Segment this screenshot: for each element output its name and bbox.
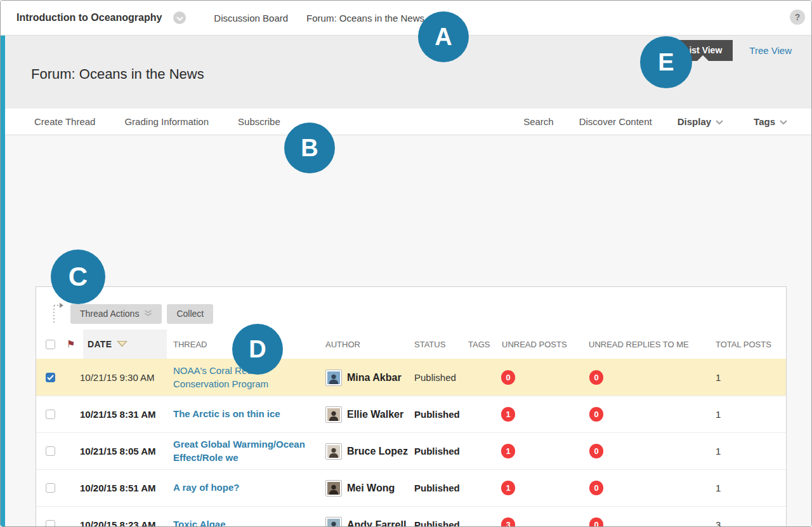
author-avatar [325,517,342,527]
thread-status: Published [414,409,468,420]
total-posts-value: 1 [707,483,786,493]
column-header-author[interactable]: AUTHOR [319,340,414,349]
unread-replies-badge: 0 [589,444,603,458]
list-toolbar-top: Thread Actions Collect [51,304,786,324]
create-thread-button[interactable]: Create Thread [34,116,95,127]
column-header-status[interactable]: STATUS [414,340,468,349]
display-dropdown[interactable]: Display [678,116,723,127]
annotation-circle-d: D [232,324,283,375]
table-row[interactable]: 10/21/15 9:30 AM NOAA's Coral Reef Conse… [36,359,786,396]
author-avatar [325,370,342,386]
collect-button[interactable]: Collect [167,304,213,324]
search-button[interactable]: Search [523,116,554,127]
author-name: Andy Farrell [347,519,406,527]
thread-status: Published [414,372,468,383]
double-chevron-down-icon [144,309,152,319]
unread-posts-badge: 0 [501,370,515,385]
course-title: Introduction to Oceanography [16,12,162,23]
view-toggle: List View Tree View [673,40,803,61]
unread-posts-badge: 1 [501,407,515,422]
thread-link[interactable]: Toxic Algae [173,518,226,527]
action-bar: Create Thread Grading Information Subscr… [5,109,812,135]
annotation-circle-e: E [640,36,692,88]
unread-replies-badge: 0 [589,517,603,527]
total-posts-value: 3 [707,519,786,527]
chevron-down-icon [176,12,183,23]
page-title: Forum: Oceans in the News [31,66,204,83]
unread-posts-badge: 1 [501,481,515,495]
thread-status: Published [414,483,468,493]
tags-dropdown[interactable]: Tags [754,116,787,127]
thread-link[interactable]: A ray of hope? [173,481,239,494]
tree-view-link[interactable]: Tree View [749,45,792,56]
annotation-circle-c: C [51,250,105,304]
annotation-circle-b: B [284,123,335,173]
total-posts-value: 1 [707,409,786,420]
course-menu-button[interactable] [173,11,186,24]
chevron-down-icon [716,116,723,127]
unread-replies-badge: 0 [589,407,603,422]
thread-list-panel: Thread Actions Collect ⚑ DATE THREAD AUT… [36,286,787,527]
discover-content-button[interactable]: Discover Content [579,116,652,127]
unread-posts-badge: 1 [501,444,515,458]
author-avatar [325,480,342,497]
column-header-date[interactable]: DATE [83,330,167,359]
thread-link[interactable]: Great Global Warming/Ocean Effect/Role w… [173,438,310,464]
thread-date: 10/21/15 8:31 AM [67,409,167,420]
table-header-row: ⚑ DATE THREAD AUTHOR STATUS TAGS UNREAD … [36,330,786,359]
annotation-circle-a: A [418,11,469,62]
top-navigation-bar: Introduction to Oceanography Discussion … [1,1,812,36]
author-name: Ellie Walker [347,409,403,420]
table-row[interactable]: 10/20/15 8:51 AM A ray of hope? Mei Wong… [36,469,786,506]
tags-dropdown-label: Tags [754,116,775,127]
column-header-unread-posts[interactable]: UNREAD POSTS [495,340,579,349]
grading-information-button[interactable]: Grading Information [124,116,209,127]
thread-link[interactable]: The Arctic is on thin ice [173,408,280,420]
content-background: Thread Actions Collect ⚑ DATE THREAD AUT… [5,135,812,527]
total-posts-value: 1 [707,446,786,457]
thread-date: 10/20/15 8:23 AM [67,519,167,527]
thread-status: Published [414,446,468,457]
column-header-unread-replies[interactable]: UNREAD REPLIES TO ME [579,340,707,349]
flag-icon: ⚑ [67,338,75,349]
breadcrumb-forum: Forum: Oceans in the News [306,13,424,23]
table-row[interactable]: 10/20/15 8:23 AM Toxic Algae Andy Farrel… [36,506,786,527]
display-dropdown-label: Display [678,116,711,127]
thread-actions-label: Thread Actions [80,309,139,319]
thread-date: 10/21/15 8:05 AM [67,446,167,457]
row-checkbox[interactable] [46,446,55,456]
help-icon[interactable]: ? [790,10,805,25]
author-name: Mina Akbar [347,372,402,384]
row-checkbox[interactable] [46,410,55,419]
breadcrumb-discussion-board[interactable]: Discussion Board [214,13,288,23]
unread-replies-badge: 0 [589,481,603,495]
author-name: Bruce Lopez [347,446,408,457]
select-all-checkbox[interactable] [46,340,55,349]
table-row[interactable]: 10/21/15 8:31 AM The Arctic is on thin i… [36,396,786,432]
thread-date: 10/20/15 8:51 AM [67,483,167,493]
column-header-total-posts[interactable]: TOTAL POSTS [707,340,786,349]
action-bar-left: Create Thread Grading Information Subscr… [5,116,280,127]
thread-status: Published [414,519,468,527]
author-avatar [325,406,342,423]
table-row[interactable]: 10/21/15 8:05 AM Great Global Warming/Oc… [36,432,786,469]
accent-stripe [1,36,5,527]
action-bar-right: Search Discover Content Display Tags [523,116,812,127]
row-checkbox[interactable] [46,520,55,527]
page-header-band: Forum: Oceans in the News List View Tree… [5,36,812,109]
row-checkbox[interactable] [46,483,55,493]
column-header-tags[interactable]: TAGS [468,340,495,349]
sort-descending-icon [117,340,128,349]
date-header-label: DATE [88,339,112,349]
collect-label: Collect [176,309,204,319]
chevron-down-icon [780,116,787,127]
unread-replies-badge: 0 [589,370,603,385]
total-posts-value: 1 [707,372,786,383]
thread-actions-button[interactable]: Thread Actions [70,304,162,324]
select-all-arrow-icon [51,301,65,326]
unread-posts-badge: 3 [501,517,515,527]
thread-date: 10/21/15 9:30 AM [67,372,167,383]
author-avatar [325,443,342,460]
row-checkbox[interactable] [46,373,55,382]
subscribe-button[interactable]: Subscribe [238,116,280,127]
